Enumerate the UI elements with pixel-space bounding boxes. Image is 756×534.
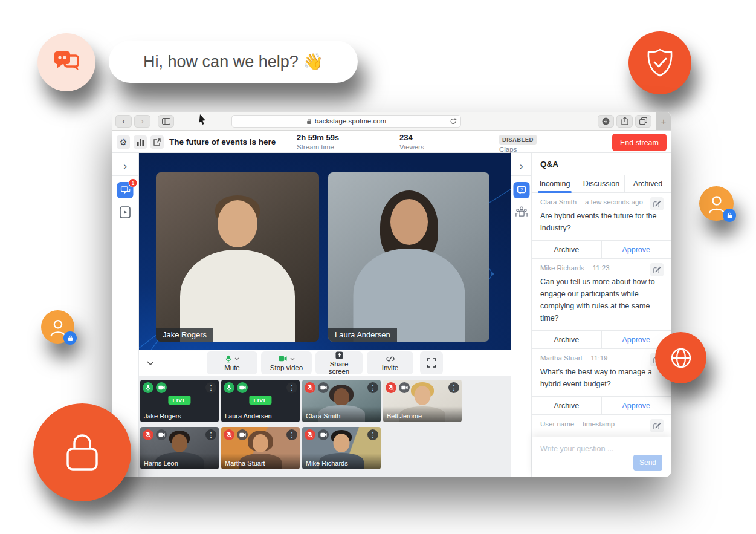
support-chat-bubble-icon: [37, 33, 95, 91]
expand-left-panel-button[interactable]: ›: [112, 160, 138, 172]
mute-button[interactable]: Mute: [207, 351, 257, 374]
participant-menu-icon[interactable]: ⋮: [367, 429, 378, 440]
question-author: User name: [540, 420, 574, 428]
edit-question-button[interactable]: [650, 263, 664, 276]
edit-question-button[interactable]: [650, 197, 664, 210]
participant-menu-icon[interactable]: ⋮: [367, 382, 378, 393]
tab-overview-button[interactable]: [635, 115, 651, 128]
mic-muted-icon[interactable]: [143, 429, 153, 440]
back-button[interactable]: ‹: [115, 115, 132, 128]
participant-name: Martha Stuart: [221, 454, 300, 469]
mic-muted-icon[interactable]: [305, 429, 315, 440]
viewers-stat: 234 Viewers: [399, 133, 424, 152]
edit-question-button[interactable]: [650, 419, 664, 432]
participant-menu-icon[interactable]: ⋮: [286, 382, 297, 393]
mic-on-icon[interactable]: [143, 382, 153, 393]
lock-icon: [63, 431, 102, 474]
mic-muted-icon[interactable]: [305, 382, 315, 393]
collapse-stage-button[interactable]: [144, 357, 157, 369]
speaker-video-jake: Jake Rogers: [156, 172, 319, 342]
invite-button[interactable]: Invite: [367, 351, 413, 374]
media-library-button[interactable]: [119, 206, 131, 221]
tab-archived[interactable]: Archived: [624, 175, 671, 192]
analytics-icon[interactable]: [134, 135, 147, 149]
camera-icon[interactable]: [156, 429, 167, 440]
browser-window: ‹ › backstage.spotme.com +: [112, 112, 671, 477]
mic-on-icon[interactable]: [224, 382, 234, 393]
meta-separator: -: [577, 420, 580, 428]
end-stream-button[interactable]: End stream: [612, 134, 667, 151]
share-button[interactable]: [616, 115, 633, 128]
tab-incoming[interactable]: Incoming: [532, 175, 578, 192]
camera-icon[interactable]: [399, 382, 410, 393]
camera-on-icon[interactable]: [156, 382, 167, 393]
send-button[interactable]: Send: [633, 455, 662, 471]
settings-gear-icon[interactable]: ⚙: [117, 135, 130, 149]
forward-button[interactable]: ›: [134, 115, 150, 128]
stream-time-stat: 2h 59m 59s Stream time: [297, 133, 339, 152]
chat-panel-button[interactable]: 1: [117, 182, 134, 198]
question-text: Are hybrid events the future for the ind…: [532, 206, 671, 240]
approve-button[interactable]: Approve: [602, 241, 671, 258]
expand-qa-panel-button[interactable]: ›: [511, 160, 531, 172]
meta-separator: -: [580, 198, 582, 206]
camera-on-icon[interactable]: [237, 382, 248, 393]
address-bar[interactable]: backstage.spotme.com: [231, 115, 461, 128]
participant-tile[interactable]: ⋮ Harris Leon: [140, 427, 219, 469]
new-tab-button[interactable]: +: [656, 112, 671, 130]
camera-icon[interactable]: [237, 429, 248, 440]
participant-menu-icon[interactable]: ⋮: [205, 429, 216, 440]
participant-tile[interactable]: ⋮ Clara Smith: [302, 380, 381, 422]
approve-button[interactable]: Approve: [602, 397, 671, 414]
participant-tile[interactable]: ⋮ Bell Jerome: [383, 380, 462, 422]
meta-separator: -: [587, 264, 590, 272]
participant-tile[interactable]: ⋮ LIVE Jake Rogers: [140, 380, 219, 422]
camera-icon[interactable]: [318, 429, 329, 440]
archive-button[interactable]: Archive: [532, 397, 602, 414]
participant-tile[interactable]: ⋮ Martha Stuart: [221, 427, 300, 469]
globe-circle: [655, 332, 706, 383]
archive-button[interactable]: Archive: [532, 331, 602, 348]
downloads-button[interactable]: [598, 115, 614, 128]
fullscreen-button[interactable]: [420, 351, 443, 374]
speaker-video-laura: Laura Andersen: [328, 172, 489, 342]
viewers-label: Viewers: [399, 143, 424, 151]
question-time: 11:23: [593, 264, 610, 272]
live-badge: LIVE: [249, 396, 271, 405]
archive-button[interactable]: Archive: [532, 241, 602, 258]
sidebar-toggle-button[interactable]: [158, 115, 174, 128]
participant-tile[interactable]: ⋮ LIVE Laura Andersen: [221, 380, 300, 422]
security-shield-icon: [628, 31, 691, 94]
question-item: Mike Richards - 11:23 Can you tell us mo…: [532, 259, 671, 349]
chevron-down-icon: [234, 357, 239, 360]
mic-on-icon: [225, 355, 231, 363]
tab-discussion[interactable]: Discussion: [578, 175, 624, 192]
chevron-down-icon: [290, 357, 295, 360]
question-input[interactable]: [540, 444, 631, 453]
invite-label: Invite: [382, 364, 399, 371]
open-external-icon[interactable]: [150, 135, 164, 149]
refresh-icon[interactable]: [450, 117, 457, 126]
question-time: a few seconds ago: [585, 198, 643, 206]
mic-muted-icon[interactable]: [224, 429, 234, 440]
viewers-value: 234: [399, 133, 424, 143]
camera-icon[interactable]: [318, 382, 329, 393]
https-lock-icon: [306, 118, 312, 125]
qa-panel-button[interactable]: ?: [513, 182, 529, 198]
url-text: backstage.spotme.com: [315, 117, 386, 125]
rail-divider: [112, 175, 138, 176]
help-text: Hi, how can we help? 👋: [143, 52, 323, 71]
participant-menu-icon[interactable]: ⋮: [205, 382, 216, 393]
share-screen-button[interactable]: Share screen: [315, 351, 363, 374]
participant-tile[interactable]: ⋮ Mike Richards: [302, 427, 381, 469]
lock-badge-icon: [63, 331, 77, 345]
audience-panel-button[interactable]: [515, 206, 528, 220]
participant-menu-icon[interactable]: ⋮: [286, 429, 297, 440]
participant-name: Jake Rogers: [140, 406, 219, 422]
participant-menu-icon[interactable]: ⋮: [448, 382, 459, 393]
stop-video-button[interactable]: Stop video: [261, 351, 312, 374]
mic-muted-icon[interactable]: [386, 382, 396, 393]
share-screen-icon: [335, 351, 343, 359]
globe-icon: [668, 345, 694, 371]
locked-user-avatar: [699, 186, 734, 221]
